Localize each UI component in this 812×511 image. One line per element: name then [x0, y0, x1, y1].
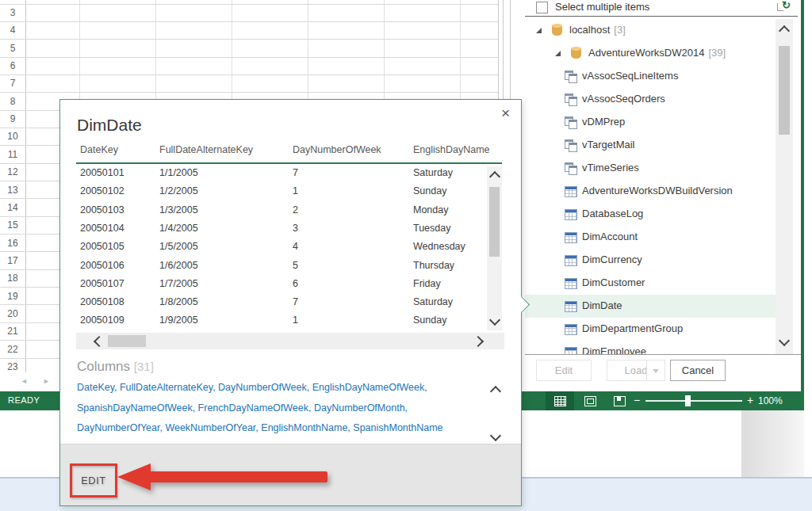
preview-cell: 1 — [293, 185, 298, 196]
row-header[interactable]: 16 — [0, 235, 25, 252]
zoom-level[interactable]: 100% — [758, 395, 783, 406]
preview-cell: 1/2/2005 — [159, 185, 198, 196]
scroll-left-icon[interactable] — [94, 336, 105, 347]
tree-item-dimdepartmentgroup[interactable]: DimDepartmentGroup — [525, 318, 776, 341]
navigator-tree: localhost[3]AdventureWorksDW2014[39]vAss… — [525, 19, 776, 354]
item-count-badge: [3] — [614, 24, 625, 36]
edit-button[interactable]: EDIT — [81, 475, 106, 486]
scrollbar-thumb[interactable] — [108, 335, 146, 347]
row-header[interactable]: 8 — [0, 93, 25, 110]
row-header[interactable]: 23 — [0, 358, 25, 372]
view-icon — [565, 116, 577, 128]
tree-item-label: DatabaseLog — [582, 208, 643, 219]
tree-item-vassocseqorders[interactable]: vAssocSeqOrders — [525, 88, 776, 111]
row-header[interactable]: 3 — [0, 4, 25, 21]
row-header[interactable]: 4 — [0, 21, 25, 39]
scroll-up-icon[interactable] — [779, 25, 790, 36]
window-corner — [741, 410, 804, 477]
row-header-border — [25, 0, 26, 372]
scroll-down-icon[interactable] — [489, 315, 500, 326]
scroll-down-icon[interactable] — [779, 335, 790, 346]
preview-vertical-scrollbar[interactable] — [487, 166, 502, 330]
columns-label: Columns — [77, 359, 130, 374]
scroll-down-icon[interactable] — [490, 430, 501, 441]
zoom-out-button[interactable]: − — [634, 394, 640, 406]
row-header[interactable]: 14 — [0, 199, 25, 216]
tree-item-dimcurrency[interactable]: DimCurrency — [525, 249, 776, 272]
columns-list-scroll[interactable] — [488, 381, 503, 446]
navigator-scrollbar[interactable] — [776, 19, 793, 354]
scroll-right-icon[interactable] — [473, 336, 484, 347]
load-dropdown-icon[interactable] — [653, 369, 659, 373]
table-icon — [565, 186, 577, 197]
row-header[interactable]: 9 — [0, 110, 25, 128]
preview-cell: 1 — [293, 315, 298, 326]
preview-cell: 7 — [293, 296, 298, 307]
row-header[interactable]: 20 — [0, 305, 25, 322]
row-header[interactable]: 15 — [0, 216, 25, 234]
row-header[interactable]: 7 — [0, 74, 25, 92]
row-header[interactable]: 12 — [0, 163, 25, 181]
tree-item-adventureworksdwbuildversion[interactable]: AdventureWorksDWBuildVersion — [525, 180, 776, 203]
tree-item-vtimeseries[interactable]: vTimeSeries — [525, 157, 776, 180]
normal-view-button[interactable] — [546, 391, 574, 410]
status-ready-label: READY — [8, 395, 40, 405]
row-header[interactable]: 6 — [0, 57, 25, 74]
edit-button[interactable]: Edit — [536, 360, 592, 381]
select-multiple-label[interactable]: Select multiple items — [555, 1, 649, 13]
preview-horizontal-scrollbar[interactable] — [76, 333, 504, 349]
scrollbar-thumb[interactable] — [779, 46, 790, 135]
sheet-nav-right-icon[interactable]: ► — [43, 377, 50, 385]
table-icon — [565, 278, 577, 289]
zoom-slider-thumb[interactable] — [685, 395, 691, 406]
dimdate-preview-popup: × DimDate DateKeyFullDateAlternateKeyDay… — [59, 99, 522, 506]
table-icon — [565, 301, 577, 312]
preview-cell: 3 — [293, 223, 298, 234]
preview-cell: 20050102 — [80, 185, 124, 196]
row-header[interactable]: 13 — [0, 181, 25, 199]
scroll-up-icon[interactable] — [490, 386, 501, 397]
expand-triangle-icon[interactable] — [555, 51, 561, 56]
zoom-in-button[interactable]: + — [747, 394, 753, 406]
row-header[interactable]: 10 — [0, 128, 25, 145]
columns-section-heading: Columns [31] — [77, 359, 154, 375]
select-multiple-checkbox[interactable] — [536, 2, 548, 13]
tree-item-dimcustomer[interactable]: DimCustomer — [525, 272, 776, 295]
row-header[interactable]: 21 — [0, 322, 25, 340]
database-icon — [571, 48, 581, 59]
tree-item-vdmprep[interactable]: vDMPrep — [525, 111, 776, 134]
scrollbar-thumb[interactable] — [489, 187, 500, 257]
item-count-badge: [39] — [708, 47, 726, 59]
tree-item-vassocseqlineitems[interactable]: vAssocSeqLineItems — [525, 65, 776, 88]
tree-item-vtargetmail[interactable]: vTargetMail — [525, 134, 776, 157]
row-header[interactable]: 19 — [0, 288, 25, 305]
tree-item-localhost[interactable]: localhost[3] — [525, 19, 776, 42]
row-header[interactable]: 11 — [0, 146, 25, 163]
row-header[interactable]: 17 — [0, 252, 25, 269]
tree-item-adventureworksdw2014[interactable]: AdventureWorksDW2014[39] — [525, 42, 776, 65]
tree-item-label: DimAccount — [582, 231, 638, 242]
screen: 234567891011121314151617181920212223 ◄ ►… — [0, 0, 812, 511]
row-header[interactable]: 5 — [0, 40, 25, 57]
tree-item-dimemployee[interactable]: DimEmployee — [525, 341, 776, 354]
load-split-button[interactable]: Load — [607, 360, 665, 381]
preview-cell: 5 — [293, 260, 298, 271]
cancel-button[interactable]: Cancel — [670, 360, 726, 381]
preview-cell: 20050106 — [80, 260, 124, 271]
preview-cell: 20050101 — [80, 167, 124, 178]
sheet-nav-left-icon[interactable]: ◄ — [21, 377, 28, 385]
page-break-view-button[interactable] — [605, 391, 634, 410]
scroll-up-icon[interactable] — [489, 171, 500, 182]
tree-item-dimaccount[interactable]: DimAccount — [525, 226, 776, 249]
row-gridline — [0, 57, 498, 58]
row-header[interactable]: 18 — [0, 269, 25, 287]
preview-cell: Friday — [413, 278, 441, 289]
tree-item-dimdate[interactable]: DimDate — [525, 295, 776, 318]
zoom-slider-track[interactable] — [645, 400, 742, 402]
expand-triangle-icon[interactable] — [536, 28, 542, 33]
close-icon[interactable]: × — [501, 105, 510, 122]
row-header[interactable]: 22 — [0, 341, 25, 358]
preview-cell: 1/4/2005 — [159, 223, 198, 234]
page-layout-view-button[interactable] — [576, 391, 604, 410]
tree-item-databaselog[interactable]: DatabaseLog — [525, 203, 776, 226]
